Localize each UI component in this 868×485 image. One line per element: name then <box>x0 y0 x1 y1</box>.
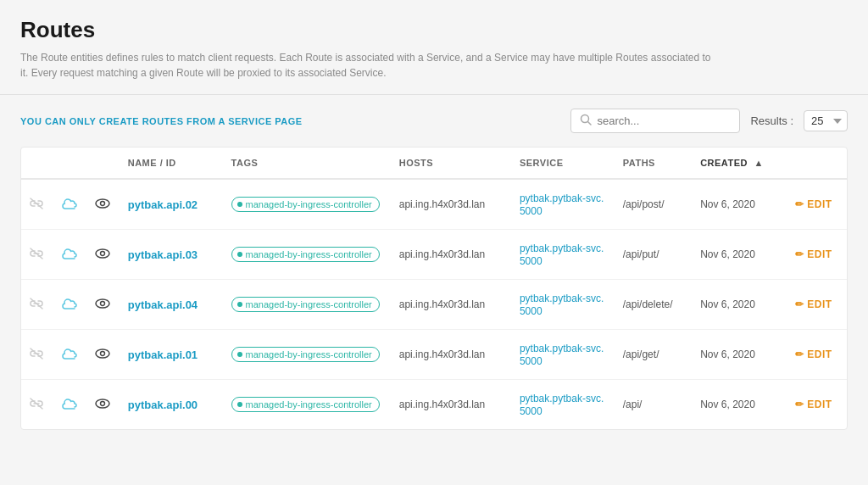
page-description: The Route entities defines rules to matc… <box>20 50 715 81</box>
tag-badge: managed-by-ingress-controller <box>231 197 380 212</box>
route-name-link[interactable]: pytbak.api.02 <box>128 198 198 211</box>
svg-line-2 <box>31 198 42 209</box>
cloud-icon-cell <box>53 230 87 280</box>
service-link[interactable]: pytbak.pytbak-svc.5000 <box>520 343 604 367</box>
col-header-paths[interactable]: PATHS <box>615 148 692 179</box>
route-tags-cell: managed-by-ingress-controller <box>223 230 391 280</box>
edit-button[interactable]: ✏ EDIT <box>795 298 832 310</box>
route-name-cell[interactable]: pytbak.api.02 <box>120 179 223 230</box>
cloud-icon-cell <box>53 380 87 430</box>
route-edit-cell[interactable]: ✏ EDIT <box>787 330 847 380</box>
route-edit-cell[interactable]: ✏ EDIT <box>787 280 847 330</box>
header-section: Routes The Route entities defines rules … <box>0 0 868 95</box>
eye-icon-cell <box>86 280 120 330</box>
results-per-page-select[interactable]: 25 50 100 <box>804 110 848 131</box>
service-link[interactable]: pytbak.pytbak-svc.5000 <box>520 192 604 217</box>
pencil-icon: ✏ <box>795 198 804 210</box>
route-host-cell: api.ing.h4x0r3d.lan <box>391 380 511 430</box>
route-edit-cell[interactable]: ✏ EDIT <box>787 380 847 430</box>
route-service-cell: pytbak.pytbak-svc.5000 <box>511 179 615 230</box>
route-host-cell: api.ing.h4x0r3d.lan <box>391 330 511 380</box>
service-link[interactable]: pytbak.pytbak-svc.5000 <box>520 242 604 267</box>
route-name-cell[interactable]: pytbak.api.00 <box>120 380 223 430</box>
svg-point-3 <box>96 199 109 208</box>
route-service-cell: pytbak.pytbak-svc.5000 <box>511 280 615 330</box>
results-label: Results : <box>750 114 793 127</box>
unlink-icon-cell <box>21 330 53 380</box>
create-notice-label: YOU CAN ONLY CREATE ROUTES FROM A SERVIC… <box>20 116 560 126</box>
unlink-icon-cell <box>21 230 53 280</box>
edit-label: EDIT <box>807 348 832 360</box>
toolbar: YOU CAN ONLY CREATE ROUTES FROM A SERVIC… <box>0 95 868 147</box>
route-paths-cell: /api/ <box>615 380 692 430</box>
edit-button[interactable]: ✏ EDIT <box>795 248 832 260</box>
col-header-edit <box>787 148 847 179</box>
service-link[interactable]: pytbak.pytbak-svc.5000 <box>520 393 604 417</box>
route-edit-cell[interactable]: ✏ EDIT <box>787 230 847 280</box>
table-row: pytbak.api.02 managed-by-ingress-control… <box>21 179 847 230</box>
route-name-link[interactable]: pytbak.api.03 <box>128 248 198 261</box>
svg-point-4 <box>101 201 105 205</box>
route-paths-cell: /api/post/ <box>615 179 692 230</box>
col-header-hosts[interactable]: HOSTS <box>391 148 511 179</box>
page-title: Routes <box>20 17 848 43</box>
tag-dot-icon <box>237 352 242 357</box>
eye-icon-cell <box>86 380 120 430</box>
tag-dot-icon <box>237 202 242 207</box>
pencil-icon: ✏ <box>795 348 804 360</box>
col-header-icon3 <box>86 148 120 179</box>
route-name-link[interactable]: pytbak.api.01 <box>128 348 198 361</box>
route-name-cell[interactable]: pytbak.api.01 <box>120 330 223 380</box>
edit-label: EDIT <box>807 198 832 210</box>
svg-line-5 <box>31 248 42 259</box>
edit-label: EDIT <box>807 248 832 260</box>
col-header-created[interactable]: CREATED ▲ <box>692 148 787 179</box>
route-created-cell: Nov 6, 2020 <box>692 230 787 280</box>
route-name-cell[interactable]: pytbak.api.03 <box>120 230 223 280</box>
col-header-name[interactable]: NAME / ID <box>120 148 223 179</box>
table-row: pytbak.api.04 managed-by-ingress-control… <box>21 280 847 330</box>
edit-button[interactable]: ✏ EDIT <box>795 198 832 210</box>
route-service-cell: pytbak.pytbak-svc.5000 <box>511 380 615 430</box>
route-name-cell[interactable]: pytbak.api.04 <box>120 280 223 330</box>
svg-line-14 <box>31 399 42 409</box>
route-tags-cell: managed-by-ingress-controller <box>223 380 391 430</box>
col-header-tags[interactable]: TAGS <box>223 148 391 179</box>
unlink-icon-cell <box>21 280 53 330</box>
svg-point-9 <box>96 299 109 308</box>
tag-label: managed-by-ingress-controller <box>246 199 372 209</box>
edit-label: EDIT <box>807 399 832 410</box>
col-header-icon2 <box>53 148 87 179</box>
search-container <box>570 109 740 133</box>
pencil-icon: ✏ <box>795 298 804 310</box>
col-header-icon1 <box>21 148 53 179</box>
route-service-cell: pytbak.pytbak-svc.5000 <box>511 230 615 280</box>
cloud-icon-cell <box>53 330 87 380</box>
route-created-cell: Nov 6, 2020 <box>692 380 787 430</box>
route-name-link[interactable]: pytbak.api.00 <box>128 399 198 411</box>
pencil-icon: ✏ <box>795 399 804 410</box>
eye-icon-cell <box>86 179 120 230</box>
tag-label: managed-by-ingress-controller <box>246 249 372 259</box>
route-tags-cell: managed-by-ingress-controller <box>223 330 391 380</box>
tag-badge: managed-by-ingress-controller <box>231 297 380 312</box>
route-tags-cell: managed-by-ingress-controller <box>223 280 391 330</box>
route-name-link[interactable]: pytbak.api.04 <box>128 298 198 311</box>
route-tags-cell: managed-by-ingress-controller <box>223 179 391 230</box>
search-icon <box>580 114 592 128</box>
route-host-cell: api.ing.h4x0r3d.lan <box>391 280 511 330</box>
table-row: pytbak.api.03 managed-by-ingress-control… <box>21 230 847 280</box>
route-host-cell: api.ing.h4x0r3d.lan <box>391 230 511 280</box>
cloud-icon-cell <box>53 280 87 330</box>
tag-badge: managed-by-ingress-controller <box>231 247 380 262</box>
service-link[interactable]: pytbak.pytbak-svc.5000 <box>520 293 604 317</box>
svg-point-12 <box>96 349 109 358</box>
tag-label: managed-by-ingress-controller <box>246 399 372 410</box>
edit-button[interactable]: ✏ EDIT <box>795 348 832 360</box>
route-edit-cell[interactable]: ✏ EDIT <box>787 179 847 230</box>
edit-button[interactable]: ✏ EDIT <box>795 399 832 410</box>
col-header-service[interactable]: SERVICE <box>511 148 615 179</box>
search-input[interactable] <box>597 114 715 127</box>
unlink-icon-cell <box>21 380 53 430</box>
routes-table: NAME / ID TAGS HOSTS SERVICE PATHS CREAT… <box>21 148 847 429</box>
